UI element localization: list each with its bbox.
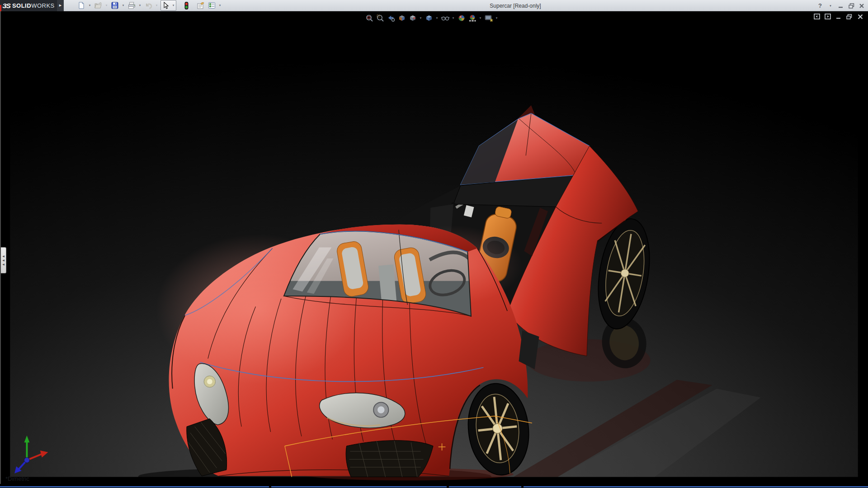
child-close-button[interactable] [857,13,863,20]
apply-scene-button[interactable] [467,14,477,23]
help-dropdown[interactable]: ▾ [827,2,834,9]
display-style-dropdown[interactable]: ▾ [435,16,439,20]
collapse-arrow: ◀ [2,263,5,266]
section-view-button[interactable] [397,14,406,23]
child-restore-icon [846,14,852,19]
options-dropdown[interactable]: ▾ [217,0,222,10]
zoom-to-area-icon [376,14,384,22]
display-style-button[interactable] [424,14,434,23]
solidworks-wordmark: SOLIDWORKS [12,2,55,9]
apply-scene-dropdown[interactable]: ▾ [478,16,482,20]
select-tool-button[interactable] [161,0,171,10]
view-orientation-button[interactable] [408,14,417,23]
window-controls: ? ▾ [816,0,865,11]
help-button[interactable]: ? [816,2,824,9]
edit-appearance-icon [458,14,466,22]
undo-button[interactable] [143,0,153,10]
pane-previous-icon [814,14,820,19]
solidworks-window: ЗS SOLIDWORKS ▶ ▾ ▾ [0,0,868,488]
save-button[interactable] [110,0,120,10]
previous-view-button[interactable] [386,14,396,23]
restore-button[interactable] [848,2,855,9]
stoplight-button[interactable] [181,0,191,10]
minimize-button[interactable] [837,2,844,9]
toolbar-flyout-arrow[interactable]: ▶ [57,0,64,11]
undo-icon [145,2,152,9]
print-button[interactable] [127,0,137,10]
options-button[interactable] [207,0,217,10]
print-dropdown[interactable]: ▾ [137,0,142,10]
child-restore-button[interactable] [846,13,853,20]
document-window-controls [813,13,863,20]
taskbar-button-edge[interactable] [0,486,269,488]
pane-next-icon [825,14,831,19]
title-bar: ЗS SOLIDWORKS ▶ ▾ ▾ [0,0,868,11]
edit-appearance-button[interactable] [457,14,466,23]
display-style-icon [425,14,433,22]
solidworks-logo: ЗS SOLIDWORKS [0,0,57,11]
close-icon [859,3,864,9]
collapse-arrow: ◀ [2,255,5,258]
standard-toolbar: ▾ ▾ ▾ [64,0,222,11]
pane-previous-button[interactable] [813,13,820,20]
section-view-icon [398,14,406,22]
hide-show-items-icon [441,14,450,22]
save-dropdown[interactable]: ▾ [121,0,126,10]
child-minimize-button[interactable] [835,13,842,20]
model-scene[interactable] [0,11,868,486]
feature-panel-collapse-tab[interactable]: ◀ ◀ ◀ [1,247,6,273]
zoom-to-fit-icon [365,14,373,22]
ds-logo-mark: ЗS [2,2,10,9]
minimize-icon [838,3,844,9]
graphics-viewport[interactable]: ▾ ▾ ▾ [0,11,868,486]
child-close-icon [858,14,863,19]
select-cursor-icon [163,2,169,9]
stoplight-icon [184,2,189,9]
new-dropdown[interactable]: ▾ [87,0,92,10]
zoom-to-area-button[interactable] [375,14,385,23]
view-orientation-icon [409,14,417,22]
view-settings-button[interactable] [484,14,493,23]
zoom-to-fit-button[interactable] [364,14,374,23]
open-folder-icon [94,2,102,9]
save-icon [111,2,118,9]
open-dropdown[interactable]: ▾ [104,0,109,10]
taskbar-button-edge[interactable] [524,486,868,488]
apply-scene-icon [468,14,477,22]
taskbar-edge [0,486,868,488]
select-dropdown[interactable]: ▾ [171,0,176,10]
view-orientation-dropdown[interactable]: ▾ [419,16,423,20]
taskbar-button-edge[interactable] [271,486,447,488]
taskbar-button-edge[interactable] [449,486,521,488]
open-button[interactable] [93,0,103,10]
hide-show-items-dropdown[interactable]: ▾ [451,16,455,20]
view-settings-dropdown[interactable]: ▾ [495,16,499,20]
file-properties-icon [197,2,205,9]
close-button[interactable] [858,2,865,9]
new-document-icon [78,2,85,9]
view-settings-icon [484,14,493,22]
previous-view-icon [387,14,395,22]
collapse-arrow: ◀ [2,259,5,262]
restore-icon [849,3,854,9]
print-icon [128,2,136,9]
hide-show-items-button[interactable] [440,14,450,23]
child-minimize-icon [836,14,841,19]
file-properties-button[interactable] [196,0,206,10]
new-document-button[interactable] [76,0,86,10]
pane-next-button[interactable] [824,13,831,20]
select-tool-group: ▾ [160,0,176,11]
logo-red-accent [0,5,1,11]
headsup-view-toolbar: ▾ ▾ ▾ [364,13,499,23]
options-icon [208,2,216,9]
view-orientation-label: *Dimetric [5,475,29,482]
window-title: Supercar [Read-only] [490,0,541,11]
undo-dropdown[interactable]: ▾ [154,0,159,10]
